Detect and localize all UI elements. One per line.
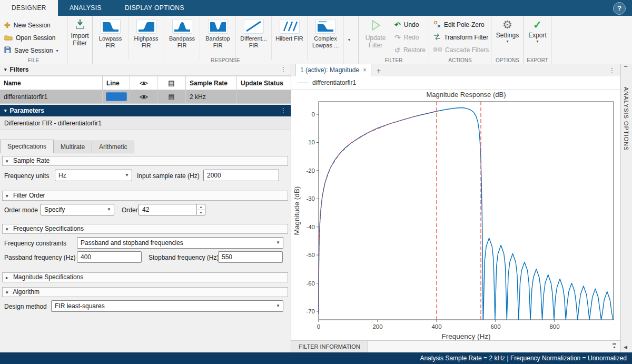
save-session-button[interactable]: Save Session ▾ [4,45,58,56]
export-button[interactable]: ✓ Export ▾ [524,19,551,44]
passband-frequency-label: Passband frequency (Hz) [4,253,75,262]
frequency-constraints-select[interactable]: Passband and stopband frequencies ▼ [77,237,283,249]
redo-button[interactable]: ↷ Redo [394,32,419,43]
edit-pole-zero-icon [433,21,441,29]
import-filter-button[interactable]: Import Filter [67,19,92,47]
help-button[interactable]: ? [613,2,626,15]
edit-pole-zero-button[interactable]: Edit Pole-Zero [433,19,485,31]
eye-icon [140,94,148,100]
tab-specifications[interactable]: Specifications [0,140,54,153]
svg-text:800: 800 [549,323,559,330]
section-algorithm[interactable]: ▾ Algorithm [2,287,288,297]
section-title: Magnitude Specifications [13,273,83,281]
import-filter-label-2: Filter [67,40,92,47]
options-section-label: OPTIONS [491,57,524,63]
chevron-down-icon: ▼ [125,170,129,181]
design-method-value: FIR least-squares [55,302,105,310]
response-label: Lowpass [99,35,122,42]
expand-triangle-icon: ▸ [6,275,8,280]
open-session-button[interactable]: Open Session [4,33,55,43]
response-lowpass-fir[interactable]: Lowpass FIR [93,16,129,60]
col-name: Name [0,76,103,90]
section-frequency-specifications[interactable]: ▾ Frequency Specifications [2,224,288,234]
stepper-up-icon[interactable]: ▲ [196,204,205,210]
filters-panel-header[interactable]: ▾ Filters ⋮ [0,64,291,76]
expand-panel-icon[interactable]: ▲ [613,343,616,349]
settings-button[interactable]: ⚙ Settings ▾ [491,19,524,44]
list-icon: ▤ [168,93,174,101]
list-icon: ▤ [168,79,174,87]
stopband-frequency-field[interactable]: 550 [218,251,283,263]
design-method-label: Design method [4,302,47,311]
analysis-options-panel[interactable]: ▔ ANALYSIS OPTIONS ◀ [620,64,632,352]
col-line: Line [103,76,130,90]
redo-label: Redo [404,34,419,41]
response-bandstop-fir[interactable]: Bandstop FIR [200,16,236,60]
col-visibility [130,76,157,90]
response-label: Complex [314,35,337,42]
visibility-cell[interactable] [130,90,157,103]
undo-button[interactable]: ↶ Undo [394,19,419,31]
line-color-swatch[interactable] [106,92,127,101]
stepper-down-icon[interactable]: ▼ [196,210,205,215]
frequency-constraints-value: Passband and stopband frequencies [81,239,183,247]
order-value: 42 [142,206,149,213]
chevron-down-icon: ▼ [107,204,111,215]
response-label: Hilbert FIR [275,35,303,42]
tab-display-options[interactable]: DISPLAY OPTIONS [113,0,196,16]
info-cell[interactable]: ▤ [157,90,186,103]
tab-analysis[interactable]: ANALYSIS [58,0,113,16]
passband-frequency-field[interactable]: 400 [77,251,142,263]
filter-information-tab[interactable]: FILTER INFORMATION [291,341,368,352]
svg-text:-70: -70 [306,308,315,314]
new-session-button[interactable]: ✚ New Session [4,20,51,31]
export-section-label: EXPORT [524,57,551,63]
svg-text:400: 400 [431,323,441,330]
collapse-left-icon[interactable]: ◀ [624,345,627,350]
plot-legend: differentiatorfir1 [291,76,620,90]
cascade-filters-button[interactable]: Cascade Filters [433,44,489,56]
parameters-panel-header[interactable]: ▾ Parameters ⋮ [0,105,291,116]
parameters-subtitle: Differentiator FIR - differentiatorfir1 [0,116,291,130]
section-filter-order[interactable]: ▾ Filter Order [2,191,288,201]
restore-button[interactable]: ↺ Restore [394,44,426,56]
update-filter-button[interactable]: Update Filter [361,19,390,49]
collapse-triangle-icon: ▾ [6,227,8,232]
line-color-cell[interactable] [103,90,130,103]
redo-icon: ↷ [394,33,401,42]
checkmark-icon: ✓ [533,19,542,31]
frequency-units-select[interactable]: Hz ▼ [55,170,132,181]
response-label: Lowpas ... [312,42,339,49]
save-disk-icon [4,46,11,55]
tab-designer[interactable]: DESIGNER [0,0,58,16]
order-stepper[interactable]: 42 ▲ ▼ [139,204,205,215]
tab-multirate[interactable]: Multirate [54,141,92,153]
plot-tabs-menu-icon[interactable]: ⋮ [609,65,615,76]
input-sample-rate-label: Input sample rate (Hz) [137,172,200,180]
filters-menu-icon[interactable]: ⋮ [280,66,287,73]
svg-text:Magnitude (dB): Magnitude (dB) [293,186,301,235]
section-sample-rate[interactable]: ▾ Sample Rate [2,156,288,166]
input-sample-rate-field[interactable]: 2000 [203,170,279,181]
response-bandpass-fir[interactable]: Bandpass FIR [164,16,200,60]
plot-tab-magnitude[interactable]: 1 (active): Magnitude × [295,64,371,76]
order-mode-select[interactable]: Specify ▼ [41,204,114,215]
transform-filter-button[interactable]: Transform Filter [433,32,488,43]
response-hilbert-fir[interactable]: Hilbert FIR [272,16,308,60]
response-differentiator-fir[interactable]: Different... FIR [236,16,272,60]
dock-icon[interactable]: ▔ [624,66,627,71]
response-gallery-expand-button[interactable]: ▾ [343,16,354,64]
section-title: Sample Rate [13,157,50,164]
add-plot-tab-button[interactable]: + [377,65,381,76]
response-complex-lowpass[interactable]: Complex Lowpas ... [308,16,343,60]
response-highpass-fir[interactable]: Highpass FIR [129,16,164,60]
frequency-units-value: Hz [58,172,66,179]
parameters-menu-icon[interactable]: ⋮ [280,107,287,114]
tab-arithmetic[interactable]: Arithmetic [92,141,134,153]
stopband-frequency-label: Stopband frequency (Hz) [149,253,219,262]
svg-text:0: 0 [312,111,315,117]
close-icon[interactable]: × [363,64,367,76]
filter-row-differentiatorfir1[interactable]: differentiatorfir1 ▤ 2 kHz [0,90,291,104]
design-method-select[interactable]: FIR least-squares ▼ [51,300,283,312]
section-magnitude-specifications[interactable]: ▸ Magnitude Specifications [2,272,288,282]
